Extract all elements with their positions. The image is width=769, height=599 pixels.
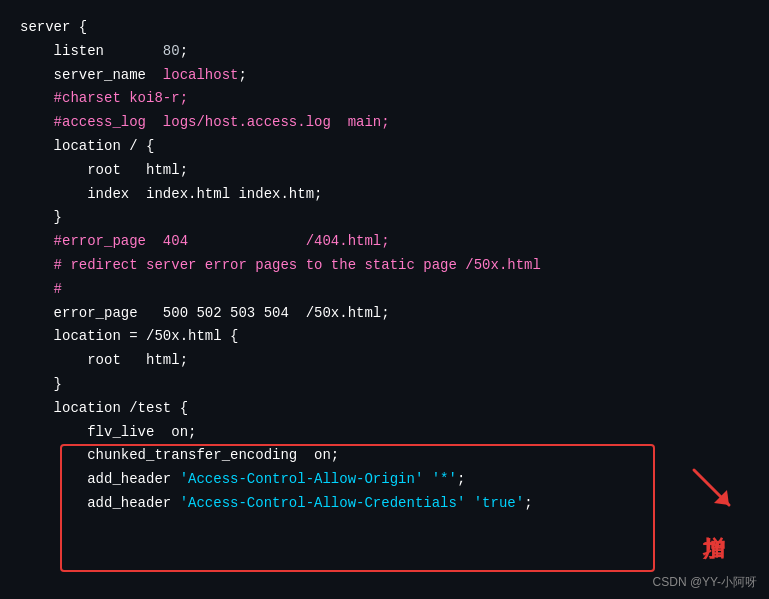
code-line: add_header 'Access-Control-Allow-Credent… — [20, 492, 749, 516]
code-line: add_header 'Access-Control-Allow-Origin'… — [20, 468, 749, 492]
watermark: CSDN @YY-小阿呀 — [653, 574, 757, 591]
code-line: # redirect server error pages to the sta… — [20, 254, 749, 278]
code-line: server_name localhost; — [20, 64, 749, 88]
arrow-annotation: 增加 — [689, 465, 739, 519]
code-line: flv_live on; — [20, 421, 749, 445]
arrow-icon — [689, 465, 739, 515]
code-line: location /test { — [20, 397, 749, 421]
code-line: } — [20, 206, 749, 230]
code-line: # — [20, 278, 749, 302]
code-line: index index.html index.htm; — [20, 183, 749, 207]
code-line: root html; — [20, 349, 749, 373]
code-line: #charset koi8-r; — [20, 87, 749, 111]
code-line: #access_log logs/host.access.log main; — [20, 111, 749, 135]
code-line: } — [20, 373, 749, 397]
code-block: server { listen 80; server_name localhos… — [0, 0, 769, 532]
code-line: #error_page 404 /404.html; — [20, 230, 749, 254]
code-line: server { — [20, 16, 749, 40]
code-line: root html; — [20, 159, 749, 183]
code-line: chunked_transfer_encoding on; — [20, 444, 749, 468]
code-line: error_page 500 502 503 504 /50x.html; — [20, 302, 749, 326]
code-line: location = /50x.html { — [20, 325, 749, 349]
code-line: location / { — [20, 135, 749, 159]
code-line: listen 80; — [20, 40, 749, 64]
